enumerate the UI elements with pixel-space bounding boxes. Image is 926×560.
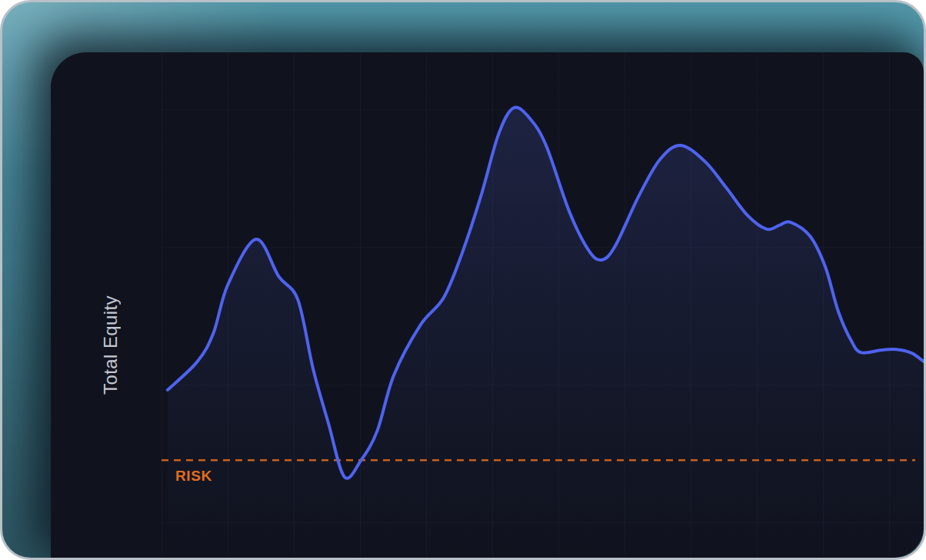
equity-area-fill [168,108,924,558]
risk-label: RISK [175,468,212,485]
chart-panel: Total Equity RISK [51,52,924,558]
device-frame: Total Equity RISK [0,0,926,560]
y-axis-label: Total Equity [100,295,122,395]
